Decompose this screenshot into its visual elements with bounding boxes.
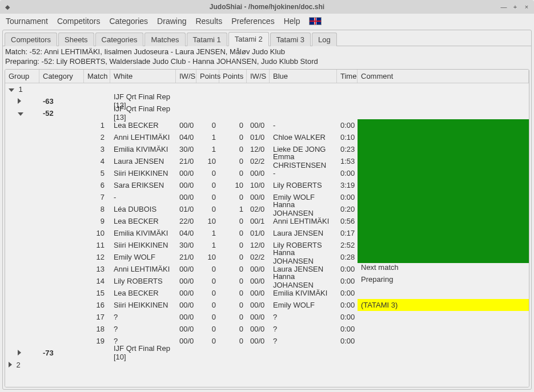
blue-competitor: Hanna JOHANSEN — [270, 272, 337, 289]
done-indicator — [358, 239, 529, 251]
match-row[interactable]: 14Lily ROBERTS00/00000/0Hanna JOHANSEN0:… — [5, 275, 529, 287]
col-match[interactable]: Match — [84, 70, 110, 83]
match-row[interactable]: 15Lea BECKER00/00000/0Emilia KIVIMÄKI0:0… — [5, 287, 529, 299]
blue-points: 0 — [219, 241, 247, 249]
match-row[interactable]: 1Lea BECKER00/00000/0-0:00 — [5, 119, 529, 131]
expand-icon[interactable] — [9, 362, 12, 367]
col-category[interactable]: Category — [39, 70, 84, 83]
menu-tournament[interactable]: Tournament — [6, 17, 48, 26]
match-row[interactable]: 13Anni LEHTIMÄKI00/00000/0Laura JENSEN0:… — [5, 263, 529, 275]
tab-log[interactable]: Log — [312, 33, 337, 46]
col-points-white[interactable]: Points — [196, 70, 219, 83]
blue-iws: 02/0 — [247, 205, 270, 213]
category-row[interactable]: -63IJF Qrt Final Rep [13] — [5, 95, 529, 107]
match-time: 0:00 — [337, 325, 358, 333]
match-time: 0:00 — [337, 289, 358, 297]
expand-icon[interactable] — [18, 98, 21, 104]
white-points: 1 — [196, 241, 219, 249]
match-row[interactable]: 7-00/00000/0Emily WOLF0:00 — [5, 191, 529, 203]
window-menu-icon[interactable]: ◆ — [2, 2, 13, 12]
match-row[interactable]: 12Emily WOLF21/010002/2Hanna JOHANSEN0:2… — [5, 251, 529, 263]
match-row[interactable]: 9Lea BECKER22/010000/1Anni LEHTIMÄKI0:56 — [5, 215, 529, 227]
match-number: 2 — [84, 133, 110, 142]
match-row[interactable]: 5Siiri HEIKKINEN00/00000/0-0:00 — [5, 167, 529, 179]
match-row[interactable]: 18?00/00000/0?0:00 — [5, 323, 529, 335]
match-comment — [358, 179, 529, 191]
match-time: 0:28 — [337, 253, 358, 261]
expand-icon[interactable] — [18, 350, 21, 355]
col-white[interactable]: White — [110, 70, 176, 83]
white-iws: 00/0 — [176, 325, 196, 333]
blue-competitor: Emily WOLF — [270, 301, 337, 309]
match-comment — [358, 287, 529, 299]
group-row[interactable]: 1 — [5, 83, 529, 95]
white-iws: 00/0 — [176, 121, 196, 130]
category-row[interactable]: -73IJF Qrt Final Rep [10] — [5, 347, 529, 359]
match-number: 3 — [84, 145, 110, 153]
white-iws: 00/0 — [176, 289, 196, 297]
tab-tatami1[interactable]: Tatami 1 — [187, 33, 227, 46]
flag-uk-icon[interactable] — [309, 17, 322, 25]
blue-points: 0 — [219, 313, 247, 321]
match-comment — [358, 119, 529, 131]
menu-help[interactable]: Help — [284, 17, 300, 26]
menu-competitors[interactable]: Competitors — [57, 17, 100, 26]
col-comment[interactable]: Comment — [358, 70, 529, 83]
tab-sheets[interactable]: Sheets — [58, 33, 94, 46]
white-points: 0 — [196, 181, 219, 189]
done-indicator — [358, 143, 529, 155]
maximize-button[interactable]: + — [510, 2, 520, 12]
match-row[interactable]: 11Siiri HEIKKINEN30/01012/0Lily ROBERTS2… — [5, 239, 529, 251]
match-row[interactable]: 10Emilia KIVIMÄKI04/01001/0Laura JENSEN0… — [5, 227, 529, 239]
blue-points: 0 — [219, 229, 247, 237]
col-group[interactable]: Group — [5, 70, 39, 83]
menu-results[interactable]: Results — [195, 17, 222, 26]
match-row[interactable]: 19?00/00000/0?0:00 — [5, 335, 529, 347]
category-row[interactable]: -52IJF Qrt Final Rep [13] — [5, 107, 529, 119]
tab-tatami2[interactable]: Tatami 2 — [228, 32, 269, 46]
match-number: 15 — [84, 289, 110, 297]
white-iws: 21/0 — [176, 157, 196, 165]
white-competitor: Laura JENSEN — [110, 157, 176, 165]
match-row[interactable]: 6Sara ERIKSEN00/001010/0Lily ROBERTS3:19 — [5, 179, 529, 191]
match-number: 11 — [84, 241, 110, 249]
blue-iws: 01/0 — [247, 133, 270, 142]
blue-iws: 02/2 — [247, 253, 270, 261]
col-points-blue[interactable]: Points — [219, 70, 247, 83]
white-iws: 00/0 — [176, 169, 196, 177]
tab-competitors[interactable]: Competitors — [5, 33, 57, 46]
titlebar: ◆ JudoShiai - /home/hjokinen/doc.shi — +… — [0, 0, 534, 14]
match-row[interactable]: 3Emilia KIVIMÄKI30/01012/0Lieke DE JONG0… — [5, 143, 529, 155]
tab-tatami3[interactable]: Tatami 3 — [270, 33, 311, 46]
blue-points: 10 — [219, 181, 247, 189]
col-time[interactable]: Time — [337, 70, 358, 83]
tab-matches[interactable]: Matches — [144, 33, 185, 46]
collapse-icon[interactable] — [9, 88, 14, 92]
menu-categories[interactable]: Categories — [109, 17, 148, 26]
group-row[interactable]: 2 — [5, 359, 529, 371]
match-row[interactable]: 4Laura JENSEN21/010002/2Emma CHRISTENSEN… — [5, 155, 529, 167]
collapse-icon[interactable] — [18, 112, 23, 116]
white-competitor: Anni LEHTIMÄKI — [110, 133, 176, 142]
status-preparing: Preparing: -52: Lily ROBERTS, Walderslad… — [5, 57, 529, 67]
white-competitor: Siiri HEIKKINEN — [110, 169, 176, 177]
menu-preferences[interactable]: Preferences — [231, 17, 274, 26]
tab-categories[interactable]: Categories — [95, 33, 144, 46]
blue-points: 0 — [219, 193, 247, 201]
match-time: 0:00 — [337, 121, 358, 130]
match-time: 0:00 — [337, 277, 358, 285]
close-button[interactable]: × — [521, 2, 532, 12]
col-iws-white[interactable]: IW/S — [176, 70, 196, 83]
minimize-button[interactable]: — — [499, 2, 509, 12]
menu-drawing[interactable]: Drawing — [157, 17, 186, 26]
col-blue[interactable]: Blue — [270, 70, 337, 83]
col-iws-blue[interactable]: IW/S — [247, 70, 270, 83]
match-row[interactable]: 8Léa DUBOIS01/00102/0Hanna JOHANSEN0:20 — [5, 203, 529, 215]
white-competitor: Lily ROBERTS — [110, 277, 176, 285]
white-competitor: Emilia KIVIMÄKI — [110, 145, 176, 153]
white-iws: 00/0 — [176, 337, 196, 345]
match-row[interactable]: 16Siiri HEIKKINEN00/00000/0Emily WOLF0:0… — [5, 299, 529, 311]
match-row[interactable]: 2Anni LEHTIMÄKI04/01001/0Chloe WALKER0:1… — [5, 131, 529, 143]
match-comment — [358, 191, 529, 203]
match-row[interactable]: 17?00/00000/0?0:00 — [5, 311, 529, 323]
